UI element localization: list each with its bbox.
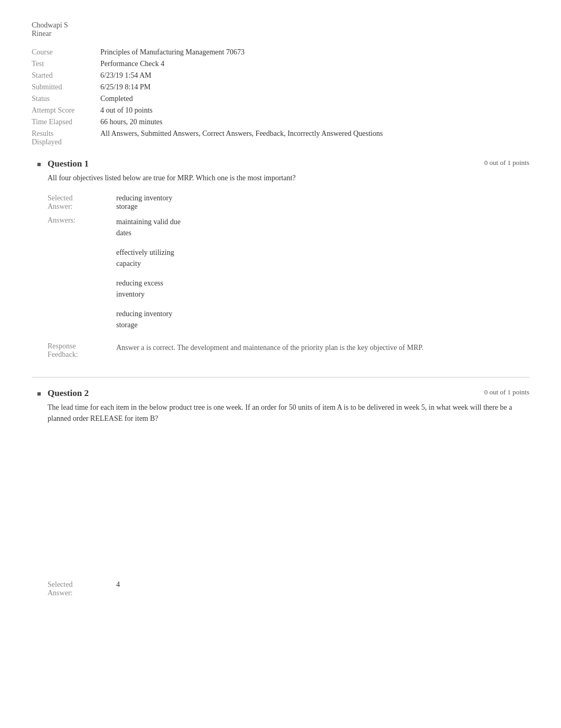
student-name-line1: Chodwapi S <box>32 21 529 30</box>
question1-text: All four objectives listed below are tru… <box>48 172 529 183</box>
divider-1 <box>32 377 529 377</box>
question1-selected-answer-row: Selected Answer: reducing inventory stor… <box>48 192 491 213</box>
student-info: Chodwapi S Rinear <box>32 21 529 38</box>
question2-score: 0 out of 1 points <box>484 388 529 397</box>
answer-option-4: reducing inventorystorage <box>116 308 491 330</box>
question2-answer-table: Selected Answer: 4 <box>48 578 491 600</box>
submitted-row: Submitted 6/25/19 8:14 PM <box>32 81 383 93</box>
results-displayed-label: Results Displayed <box>32 128 100 148</box>
question2-selected-answer-value: 4 <box>116 578 491 600</box>
course-row: Course Principles of Manufacturing Manag… <box>32 47 383 58</box>
question1-feedback-row: Response Feedback: Answer a is correct. … <box>48 337 491 361</box>
question1-feedback-label: Response Feedback: <box>48 337 116 361</box>
question1-answers-label: Answers: <box>48 213 116 337</box>
time-elapsed-row: Time Elapsed 66 hours, 20 minutes <box>32 116 383 128</box>
question2-icon: ■ <box>37 390 44 397</box>
info-table: Course Principles of Manufacturing Manag… <box>32 47 383 148</box>
question2-section: ■ Question 2 0 out of 1 points The lead … <box>32 388 529 600</box>
time-elapsed-value: 66 hours, 20 minutes <box>100 116 383 128</box>
started-label: Started <box>32 70 100 81</box>
question2-selected-answer-row: Selected Answer: 4 <box>48 578 491 600</box>
course-value: Principles of Manufacturing Management 7… <box>100 47 383 58</box>
attempt-score-value: 4 out of 10 points <box>100 105 383 116</box>
answer-option-2: effectively utilizingcapacity <box>116 247 491 269</box>
started-value: 6/23/19 1:54 AM <box>100 70 383 81</box>
submitted-label: Submitted <box>32 81 100 93</box>
question1-title: Question 1 <box>48 159 89 169</box>
status-value: Completed <box>100 93 383 105</box>
question2-header: ■ Question 2 0 out of 1 points <box>37 388 529 399</box>
results-displayed-row: Results Displayed All Answers, Submitted… <box>32 128 383 148</box>
status-row: Status Completed <box>32 93 383 105</box>
question2-title: Question 2 <box>48 388 89 399</box>
time-elapsed-label: Time Elapsed <box>32 116 100 128</box>
question1-feedback-value: Answer a is correct. The development and… <box>116 337 491 361</box>
question1-answers-row: Answers: maintaining valid duedates effe… <box>48 213 491 337</box>
started-row: Started 6/23/19 1:54 AM <box>32 70 383 81</box>
student-name-line2: Rinear <box>32 30 529 38</box>
question1-answer-table: Selected Answer: reducing inventory stor… <box>48 192 491 361</box>
attempt-score-label: Attempt Score <box>32 105 100 116</box>
test-value: Performance Check 4 <box>100 58 383 70</box>
test-row: Test Performance Check 4 <box>32 58 383 70</box>
question1-icon: ■ <box>37 160 44 168</box>
question1-answers-list: maintaining valid duedates effectively u… <box>116 213 491 337</box>
test-label: Test <box>32 58 100 70</box>
question1-score: 0 out of 1 points <box>484 159 529 167</box>
course-label: Course <box>32 47 100 58</box>
question2-selected-answer-label: Selected Answer: <box>48 578 116 600</box>
question1-selected-answer-value: reducing inventory storage <box>116 192 491 213</box>
attempt-score-row: Attempt Score 4 out of 10 points <box>32 105 383 116</box>
question1-section: ■ Question 1 0 out of 1 points All four … <box>32 159 529 361</box>
results-displayed-value: All Answers, Submitted Answers, Correct … <box>100 128 383 148</box>
question1-selected-answer-label: Selected Answer: <box>48 192 116 213</box>
question1-header: ■ Question 1 0 out of 1 points <box>37 159 529 169</box>
answer-option-3: reducing excessinventory <box>116 278 491 300</box>
product-tree-area <box>48 432 529 570</box>
question2-text: The lead time for each item in the below… <box>48 402 529 424</box>
answer-option-1: maintaining valid duedates <box>116 216 491 238</box>
submitted-value: 6/25/19 8:14 PM <box>100 81 383 93</box>
question1-answers-container: maintaining valid duedates effectively u… <box>116 216 491 335</box>
status-label: Status <box>32 93 100 105</box>
